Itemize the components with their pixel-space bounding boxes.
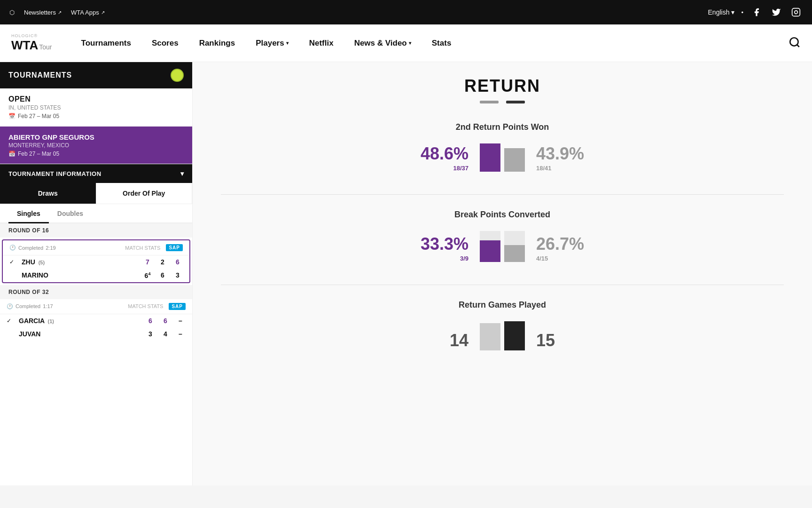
stats-section-title: RETURN xyxy=(221,76,784,96)
superscript-1: 4 xyxy=(148,271,150,276)
tournament-item-2[interactable]: ABIERTO GNP SEGUROS MONTERREY, MEXICO 📅 … xyxy=(0,127,192,164)
stats-legend xyxy=(221,101,784,103)
nav-netflix[interactable]: Netflix xyxy=(299,24,344,62)
match-stats-container-2: MATCH STATS SAP xyxy=(128,303,186,310)
stat-left-2: 33.3% 3/9 xyxy=(421,234,468,262)
p2-set3: 3 xyxy=(172,271,183,279)
stat-row-3: 14 15 xyxy=(221,321,784,350)
clock-icon-2: 🕐 xyxy=(7,303,13,310)
action-buttons: Draws Order Of Play xyxy=(0,183,192,204)
tournaments-header-label: TOURNAMENTS xyxy=(8,71,72,79)
tournament-info-panel[interactable]: TOURNAMENT INFORMATION ▾ xyxy=(0,164,192,183)
nav-tournaments[interactable]: Tournaments xyxy=(71,24,141,62)
stat-fraction-right-1: 18/41 xyxy=(536,165,584,172)
player-1-name: ZHU (5) xyxy=(22,258,142,266)
bar-gray-1 xyxy=(504,148,525,172)
tournament-1-location: IN, UNITED STATES xyxy=(8,104,184,111)
p1-set1: 7 xyxy=(142,258,153,266)
tennis-ball-icon xyxy=(171,69,184,82)
nav-rankings[interactable]: Rankings xyxy=(189,24,246,62)
sap-badge-1: SAP xyxy=(166,244,183,251)
p2-set2: 6 xyxy=(157,271,168,279)
bar-col-right-2 xyxy=(504,231,525,262)
svg-rect-0 xyxy=(792,8,800,16)
nav-items: Tournaments Scores Rankings Players ▾ Ne… xyxy=(71,24,462,62)
tab-doubles[interactable]: Doubles xyxy=(49,204,92,223)
garcia-set1: 6 xyxy=(145,317,156,325)
draws-button[interactable]: Draws xyxy=(0,183,96,204)
match-card-2-header: 🕐 Completed 1:17 MATCH STATS SAP xyxy=(0,299,192,314)
garcia-set2: 6 xyxy=(160,317,171,325)
info-chevron-icon: ▾ xyxy=(180,170,184,177)
top-bar-right: English ▾ • xyxy=(708,6,803,19)
legend-bar-2 xyxy=(506,101,525,103)
facebook-icon[interactable] xyxy=(750,6,763,19)
stats-area: RETURN 2nd Return Points Won 48.6% 18/37 xyxy=(193,62,812,485)
stat-label-2: Break Points Converted xyxy=(221,210,784,220)
instagram-icon[interactable] xyxy=(789,6,803,19)
match-card-2[interactable]: 🕐 Completed 1:17 MATCH STATS SAP ✓ GARCI… xyxy=(0,299,192,341)
calendar-icon-2: 📅 xyxy=(8,151,16,157)
bar-col-left-1 xyxy=(480,143,500,172)
clock-icon-1: 🕐 xyxy=(9,245,16,251)
stat-right-2: 26.7% 4/15 xyxy=(536,234,584,262)
search-button[interactable] xyxy=(789,36,801,50)
bars-section-3 xyxy=(480,321,525,350)
bars-section-2 xyxy=(480,231,525,262)
calendar-icon-1: 📅 xyxy=(8,113,16,119)
nav-stats[interactable]: Stats xyxy=(422,24,462,62)
newsletters-link[interactable]: Newsletters ↗ xyxy=(24,9,62,16)
win-check-1: ✓ xyxy=(9,259,17,265)
top-bar: ⬡ Newsletters ↗ WTA Apps ↗ English ▾ • xyxy=(0,0,812,24)
match-card-1[interactable]: 🕐 Completed 2:19 MATCH STATS SAP ✓ ZHU (… xyxy=(2,239,190,283)
p1-set3: 6 xyxy=(172,258,183,266)
bars-section-1 xyxy=(480,143,525,172)
match-1-player-1-row: ✓ ZHU (5) 7 2 6 xyxy=(3,255,189,269)
legend-bar-1 xyxy=(480,101,499,103)
external-icon-newsletters: ↗ xyxy=(58,10,62,15)
stat-pct-right-1: 43.9% xyxy=(536,144,584,164)
match-2-player-1-row: ✓ GARCIA (1) 6 6 – xyxy=(0,314,192,327)
garcia-set3: – xyxy=(175,317,186,325)
players-dropdown-arrow: ▾ xyxy=(286,40,289,46)
home-link[interactable]: ⬡ xyxy=(9,9,15,16)
round-of-32-section: ROUND OF 32 🕐 Completed 1:17 MATCH STATS… xyxy=(0,285,192,341)
player-2-name: MARINO xyxy=(22,271,142,279)
bar-col-left-2 xyxy=(480,231,500,262)
tournament-2-name: ABIERTO GNP SEGUROS xyxy=(8,133,184,141)
stat-left-3: 14 xyxy=(450,331,468,350)
nav-scores[interactable]: Scores xyxy=(141,24,189,62)
nav-news-video[interactable]: News & Video ▾ xyxy=(344,24,422,62)
order-of-play-button[interactable]: Order Of Play xyxy=(96,183,193,204)
tournament-1-date: 📅 Feb 27 – Mar 05 xyxy=(8,113,184,119)
wta-label: WTA xyxy=(11,39,38,52)
language-label: English xyxy=(708,8,730,16)
wta-apps-link[interactable]: WTA Apps ↗ xyxy=(71,9,105,16)
lang-dropdown-arrow: ▾ xyxy=(731,8,734,16)
stat-right-3: 15 xyxy=(536,331,555,350)
language-selector[interactable]: English ▾ xyxy=(708,8,735,16)
wta-apps-label: WTA Apps xyxy=(71,9,99,16)
bar-col-left-3 xyxy=(480,323,500,350)
p1-set2: 2 xyxy=(157,258,168,266)
juvan-set1: 3 xyxy=(145,330,156,338)
stat-section-1: 2nd Return Points Won 48.6% 18/37 xyxy=(221,122,784,172)
tournament-item-1[interactable]: OPEN IN, UNITED STATES 📅 Feb 27 – Mar 05 xyxy=(0,88,192,127)
bar-light-2 xyxy=(504,231,525,245)
stat-pct-left-1: 48.6% xyxy=(421,144,468,164)
bar-lightgray-3 xyxy=(480,323,500,350)
stat-pct-left-2: 33.3% xyxy=(421,234,468,254)
twitter-icon[interactable] xyxy=(770,6,783,19)
nav-players[interactable]: Players ▾ xyxy=(245,24,299,62)
stat-label-1: 2nd Return Points Won xyxy=(221,122,784,132)
bar-dark-3 xyxy=(504,321,525,350)
tab-singles[interactable]: Singles xyxy=(8,204,49,223)
newsletters-label: Newsletters xyxy=(24,9,56,16)
stat-divider-1 xyxy=(221,194,784,195)
bar-col-right-1 xyxy=(504,148,525,172)
tour-label: Tour xyxy=(39,44,52,51)
bar-gray-2 xyxy=(504,245,525,262)
stat-fraction-right-2: 4/15 xyxy=(536,255,584,262)
top-bar-links: ⬡ Newsletters ↗ WTA Apps ↗ xyxy=(9,9,105,16)
logo: HOLOGIC® WTA Tour xyxy=(11,34,52,52)
